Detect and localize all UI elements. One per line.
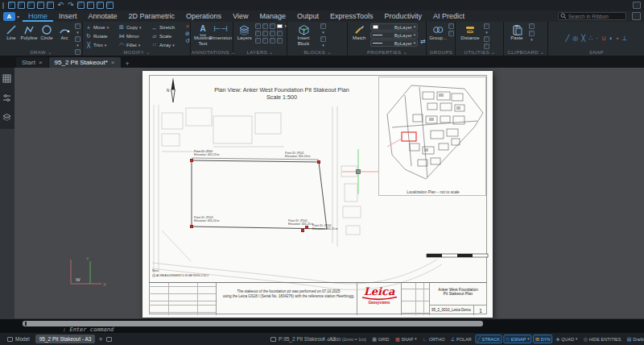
- dimension-tool[interactable]: ⊢⊣ Dimension: [213, 23, 229, 41]
- multiline-text-tool[interactable]: A Multiline Text: [193, 23, 213, 46]
- toggle-esnap[interactable]: ◇ESNAP▾: [504, 335, 532, 343]
- rectangle-icon[interactable]: [75, 23, 80, 29]
- insert-block-tool[interactable]: Insert Block: [293, 23, 314, 46]
- close-tab-icon[interactable]: ×: [111, 59, 115, 66]
- plot-icon[interactable]: [47, 2, 54, 9]
- entity-snap-snap-icon[interactable]: ◐: [609, 35, 613, 43]
- new-document-tab-button[interactable]: +: [122, 60, 134, 68]
- color-dropdown[interactable]: ByLayer▾: [370, 23, 419, 31]
- undo-arc-icon[interactable]: ↺: [185, 38, 190, 44]
- layer-unisolate-icon[interactable]: [262, 31, 268, 36]
- menu-tab-operations[interactable]: Operations: [180, 11, 227, 22]
- layout-list-icon[interactable]: [106, 337, 112, 342]
- measure-icon[interactable]: [484, 23, 489, 29]
- drawing-viewport[interactable]: Y X W: [0, 68, 644, 318]
- arc-tool[interactable]: Arc: [56, 23, 73, 41]
- close-tab-icon[interactable]: ×: [39, 59, 43, 66]
- new-file-icon[interactable]: [8, 2, 15, 9]
- menu-tab-expresstools[interactable]: ExpressTools: [324, 11, 379, 22]
- menu-tab-productivity[interactable]: Productivity: [379, 11, 428, 22]
- customize-toolbar-icon[interactable]: [633, 2, 641, 9]
- properties-panel-icon[interactable]: [2, 94, 11, 102]
- menu-tab-manage[interactable]: Manage: [254, 11, 291, 22]
- stretch-tool[interactable]: ↔Stretch: [151, 23, 184, 31]
- lineweight-dropdown[interactable]: ByLayer▾: [370, 39, 419, 47]
- group-tool[interactable]: Group...: [429, 23, 447, 41]
- caret-down-icon[interactable]: ▾: [527, 337, 529, 341]
- block-edit-icon[interactable]: [320, 23, 326, 29]
- save-as-icon[interactable]: [37, 2, 44, 9]
- array-tool[interactable]: ∷Array▾: [151, 41, 184, 49]
- toggle-dyn[interactable]: ⊞DYN: [533, 335, 552, 343]
- command-input[interactable]: [23, 321, 483, 326]
- nearest-snap-icon[interactable]: ╱: [566, 35, 570, 43]
- block-attach-icon[interactable]: [320, 36, 326, 42]
- menu-tab-view[interactable]: View: [227, 11, 254, 22]
- document-tab-95-2-pit-stakeout[interactable]: 95_2 Pit Stakeout*×: [49, 57, 121, 68]
- annotation-scale[interactable]: +1:1000 (1mm = 1m): [322, 336, 366, 342]
- line-tool[interactable]: Line: [2, 23, 20, 41]
- move-tool[interactable]: +Move▾: [85, 23, 118, 31]
- mirror-tool[interactable]: ⋈Mirror: [118, 32, 151, 40]
- layer-match-icon[interactable]: [270, 38, 275, 44]
- copy-tool[interactable]: ⊞Copy▾: [118, 23, 151, 31]
- toolbar-grip[interactable]: [2, 2, 4, 9]
- caret-down-icon[interactable]: ▾: [576, 337, 577, 341]
- center-snap-icon[interactable]: ◎: [572, 35, 578, 43]
- match-properties-tool[interactable]: Match: [351, 23, 368, 41]
- copy-icon[interactable]: [87, 2, 94, 9]
- layer-prev-icon[interactable]: [277, 38, 283, 44]
- toggle-hide-entities[interactable]: ◎HIDE ENTITIES: [581, 335, 623, 343]
- delete-icon[interactable]: ×: [186, 23, 190, 29]
- toggle-grid[interactable]: ▦GRID: [369, 335, 391, 343]
- cut-icon[interactable]: [77, 2, 85, 9]
- application-button-caret-icon[interactable]: ▾: [17, 14, 19, 19]
- intersection-snap-icon[interactable]: ╳: [581, 35, 585, 43]
- paste-icon[interactable]: [97, 2, 104, 9]
- model-tab[interactable]: Model: [5, 335, 32, 343]
- layer-freeze-icon[interactable]: [262, 23, 268, 29]
- calculator-icon[interactable]: [484, 44, 489, 49]
- offset-icon[interactable]: ⊘: [185, 31, 190, 36]
- copy-clip-icon[interactable]: [529, 23, 535, 29]
- layer-off-icon[interactable]: [270, 31, 275, 36]
- menu-tab-ai-predict[interactable]: AI Predict: [427, 11, 470, 22]
- menu-tab-home[interactable]: Home: [23, 11, 53, 22]
- layer-unlock-icon[interactable]: [262, 38, 268, 44]
- layer-thaw-icon[interactable]: [277, 31, 283, 36]
- node-snap-icon[interactable]: ·: [596, 35, 598, 43]
- polyline-tool[interactable]: Polyline: [20, 23, 38, 41]
- caret-down-icon[interactable]: ▾: [415, 337, 416, 341]
- circle-tool[interactable]: Circle: [38, 23, 56, 41]
- redo-icon[interactable]: ↷: [67, 2, 75, 9]
- toggle-ortho[interactable]: ∟ORTHO: [420, 335, 447, 343]
- id-point-icon[interactable]: [484, 36, 489, 42]
- layers-tool[interactable]: Layers: [235, 23, 254, 41]
- layout-tab[interactable]: 95_2 Pit Stakeout - A3: [35, 335, 96, 343]
- layer-on-icon[interactable]: [255, 23, 261, 29]
- cloud-icon[interactable]: [106, 2, 114, 9]
- scale-tool[interactable]: ▱Scale: [151, 32, 184, 40]
- toggle-quad[interactable]: ◈QUAD▾: [554, 335, 580, 343]
- structure-panel-icon[interactable]: [2, 74, 11, 83]
- save-icon[interactable]: [27, 2, 35, 9]
- document-tab-start[interactable]: Start×: [16, 57, 48, 68]
- layer-isolate-icon[interactable]: [255, 31, 261, 36]
- layer-lock2-icon[interactable]: [255, 38, 261, 44]
- layer-dropdown-caret-icon[interactable]: ▾: [284, 24, 287, 28]
- add-layout-button[interactable]: +: [98, 335, 102, 343]
- toggle-strack[interactable]: ╱STRACK: [475, 335, 502, 343]
- application-button[interactable]: A: [3, 12, 15, 21]
- perpendicular-snap-icon[interactable]: ⊥: [621, 35, 627, 43]
- ribbon-search-input[interactable]: [568, 14, 624, 19]
- apparent-intersection-snap-icon[interactable]: ∴: [588, 35, 592, 43]
- toggle-drafting[interactable]: ▤Drafting▾: [625, 335, 644, 343]
- menu-tab-2d-parametric[interactable]: 2D Parametric: [123, 11, 181, 22]
- panel-toggle-icon[interactable]: [632, 12, 641, 20]
- endpoint-snap-icon[interactable]: ▪: [617, 35, 619, 43]
- cut-clip-icon[interactable]: [529, 31, 535, 36]
- layers-panel-icon[interactable]: [2, 113, 11, 122]
- menu-tab-annotate[interactable]: Annotate: [83, 11, 123, 22]
- toggle-snap[interactable]: ▩SNAP▾: [393, 335, 419, 343]
- menu-tab-insert[interactable]: Insert: [53, 11, 83, 22]
